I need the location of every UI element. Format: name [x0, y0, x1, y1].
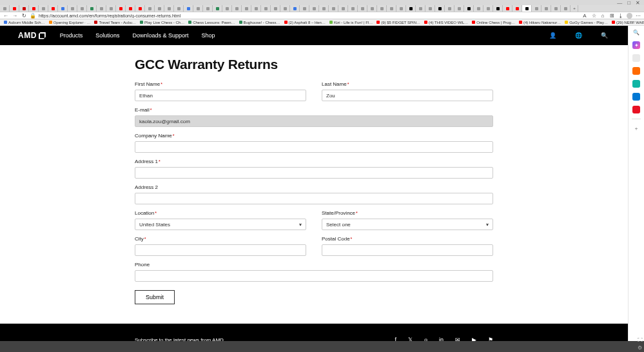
bookmark[interactable]: Opening Explorer · … — [48, 21, 92, 24]
browser-tab[interactable] — [396, 5, 406, 12]
maximize-button[interactable]: □ — [627, 0, 630, 6]
bookmark[interactable]: Online Chess | Prog… — [471, 21, 516, 24]
browser-tab[interactable] — [193, 5, 203, 12]
browser-tab[interactable] — [483, 5, 493, 12]
browser-tab[interactable] — [232, 5, 242, 12]
first-name-input[interactable] — [135, 90, 306, 101]
sidebar-copilot-icon[interactable]: ✦ — [632, 41, 640, 49]
browser-tab[interactable] — [319, 5, 329, 12]
browser-tab[interactable] — [338, 5, 348, 12]
new-tab-button[interactable]: ＋ — [571, 5, 578, 12]
browser-tab[interactable] — [29, 5, 39, 12]
browser-tab[interactable] — [542, 5, 551, 12]
address2-input[interactable] — [135, 193, 493, 204]
browser-tab[interactable] — [532, 5, 542, 12]
browser-tab[interactable] — [68, 5, 77, 12]
tab-strip[interactable]: ＋ — [0, 5, 644, 12]
browser-tab[interactable] — [126, 5, 135, 12]
sidebar-outlook-icon[interactable] — [632, 93, 640, 101]
submit-button[interactable]: Submit — [135, 290, 175, 304]
profile-avatar[interactable] — [627, 13, 632, 19]
sidebar-office-icon[interactable] — [632, 106, 640, 113]
browser-tab[interactable] — [164, 5, 174, 12]
bookmark[interactable]: (2) Asphalt 8 – Hen… — [283, 21, 327, 24]
browser-tab[interactable] — [416, 5, 425, 12]
sidebar-tool-icon[interactable] — [632, 54, 640, 62]
email-input[interactable] — [135, 115, 493, 127]
browser-tab[interactable] — [387, 5, 396, 12]
forward-button[interactable]: → — [12, 13, 18, 19]
url-text[interactable]: https://account.amd.com/en/forms/registr… — [39, 14, 579, 18]
nav-products[interactable]: Products — [60, 32, 83, 39]
browser-tab[interactable] — [251, 5, 261, 12]
browser-tab-active[interactable] — [522, 5, 532, 12]
browser-tab[interactable] — [261, 5, 271, 12]
browser-tab[interactable] — [155, 5, 164, 12]
sidebar-shopping-icon[interactable] — [632, 67, 640, 75]
sidebar-search-icon[interactable]: 🔍 — [632, 28, 640, 36]
bookmark[interactable]: (9) $5 FIDGET SPIN… — [375, 21, 422, 24]
reload-button[interactable]: ↻ — [21, 13, 27, 19]
close-button[interactable]: ✕ — [636, 0, 640, 6]
browser-tab[interactable] — [561, 5, 571, 12]
browser-tab[interactable] — [242, 5, 251, 12]
nav-downloads[interactable]: Downloads & Support — [132, 32, 188, 39]
browser-tab[interactable] — [474, 5, 483, 12]
subscribe-dropdown[interactable]: Subscribe to the latest news from AMD ⌄ — [135, 337, 264, 342]
bookmark[interactable]: (4) THIS VIDEO WIL… — [423, 21, 469, 24]
browser-tab[interactable] — [367, 5, 377, 12]
nav-shop[interactable]: Shop — [201, 32, 215, 39]
page-viewport[interactable]: AMD Products Solutions Downloads & Suppo… — [0, 26, 628, 341]
bookmark[interactable]: GoGy Games - Play… — [563, 21, 609, 24]
browser-tab[interactable] — [58, 5, 68, 12]
browser-tab[interactable] — [184, 5, 193, 12]
browser-tab[interactable] — [329, 5, 338, 12]
browser-tab[interactable] — [435, 5, 445, 12]
browser-tab[interactable] — [116, 5, 126, 12]
browser-tab[interactable] — [10, 5, 19, 12]
favorite-icon[interactable]: ☆ — [590, 13, 597, 19]
location-select[interactable]: United States — [135, 219, 306, 230]
sidebar-add-icon[interactable]: ＋ — [632, 124, 640, 132]
browser-tab[interactable] — [406, 5, 416, 12]
user-icon[interactable]: 👤 — [547, 32, 558, 39]
browser-tab[interactable] — [97, 5, 106, 12]
city-input[interactable] — [135, 244, 306, 256]
browser-tab[interactable] — [145, 5, 155, 12]
bookmark[interactable]: Kizi - Life is Fun! | Fl… — [328, 21, 374, 24]
nav-solutions[interactable]: Solutions — [95, 32, 119, 39]
back-button[interactable]: ← — [3, 13, 9, 19]
browser-tab[interactable] — [493, 5, 503, 12]
bookmark[interactable]: (4) Hikaru Nakamur… — [518, 21, 562, 24]
browser-tab[interactable] — [358, 5, 367, 12]
browser-tab[interactable] — [551, 5, 561, 12]
sidebar-tools-icon[interactable] — [632, 80, 640, 88]
minimize-button[interactable]: — — [617, 0, 622, 6]
mail-icon[interactable]: ✉ — [455, 337, 460, 341]
bookmark[interactable]: Auburn Middle Sch… — [3, 21, 46, 24]
facebook-icon[interactable]: f — [395, 337, 396, 341]
read-aloud-icon[interactable]: A — [581, 13, 588, 19]
browser-tab[interactable] — [135, 5, 145, 12]
browser-tab[interactable] — [48, 5, 58, 12]
browser-tab[interactable] — [106, 5, 116, 12]
postal-input[interactable] — [322, 244, 493, 256]
browser-tab[interactable] — [445, 5, 454, 12]
twitch-icon[interactable]: ⚑ — [488, 337, 493, 341]
globe-icon[interactable]: 🌐 — [572, 32, 584, 39]
instagram-icon[interactable]: ⌾ — [424, 337, 427, 341]
bookmark[interactable]: Chess Lessons: Pawn… — [187, 21, 236, 24]
bookmark[interactable]: Travel Team - Aubu… — [93, 21, 137, 24]
phone-input[interactable] — [135, 270, 493, 282]
browser-tab[interactable] — [0, 5, 10, 12]
expand-icon[interactable]: ⛶ — [638, 337, 643, 343]
last-name-input[interactable] — [322, 90, 493, 101]
extensions-icon[interactable]: ⊞ — [609, 13, 615, 19]
bookmark[interactable]: Bughouse! - Chess… — [238, 21, 282, 24]
browser-tab[interactable] — [87, 5, 97, 12]
browser-tab[interactable] — [280, 5, 290, 12]
browser-tab[interactable] — [203, 5, 213, 12]
browser-tab[interactable] — [425, 5, 435, 12]
bookmark[interactable]: Play Live Chess - Ch… — [139, 21, 186, 24]
browser-tab[interactable] — [77, 5, 87, 12]
